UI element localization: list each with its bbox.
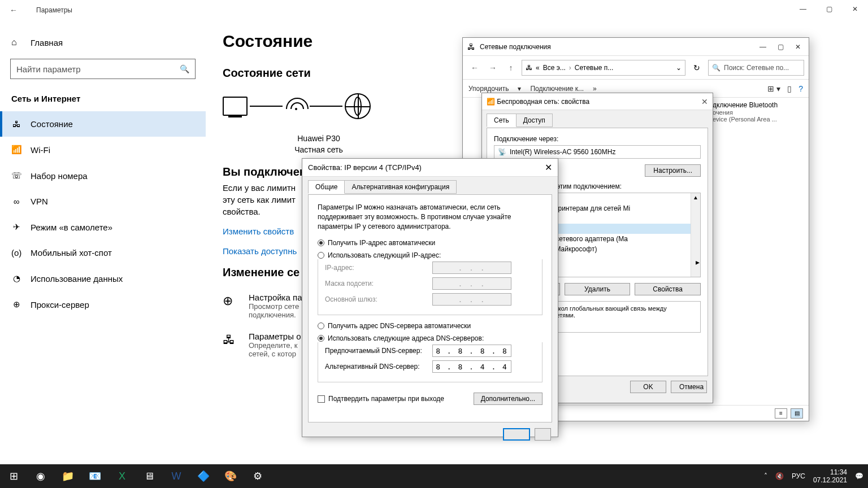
chevron-down-icon[interactable]: ⌄ <box>676 64 682 72</box>
tab-access[interactable]: Доступ <box>516 114 553 127</box>
scrollbar[interactable]: ▲▸ <box>691 193 700 277</box>
vpn-icon: ∞ <box>11 197 21 206</box>
nav-forward[interactable]: → <box>485 63 500 72</box>
ipdlg-tabs: Общие Альтернативная конфигурация <box>302 177 558 194</box>
nav-status[interactable]: 🖧Состояние <box>0 111 206 137</box>
computer-icon <box>223 97 248 116</box>
nav-hotspot[interactable]: (o)Мобильный хот-спот <box>0 240 206 265</box>
refresh-button[interactable]: ↻ <box>689 63 705 72</box>
excel-icon[interactable]: X <box>108 464 136 488</box>
sharing-icon: 🖧 <box>223 332 240 358</box>
wprops-titlebar: 📶 Беспроводная сеть: свойства ✕ <box>482 93 713 110</box>
advanced-button[interactable]: Дополнительно... <box>474 393 542 405</box>
radio-manual-ip[interactable]: Использовать следующий IP-адрес: <box>318 251 542 259</box>
search-icon: 🔍 <box>712 64 721 72</box>
radio-auto-dns[interactable]: Получить адрес DNS-сервера автоматически <box>318 322 542 330</box>
search-icon: 🔍 <box>180 64 189 73</box>
ipdlg-cancel[interactable] <box>535 428 551 441</box>
dialup-icon: ☏ <box>11 171 21 181</box>
system-tray: ˄ 🔇 РУС 11:34 07.12.2021 💬 <box>764 468 868 485</box>
nav-proxy[interactable]: ⊕Прокси-сервер <box>0 291 206 317</box>
window-controls: — ▢ ✕ <box>790 0 868 18</box>
tray-chevron[interactable]: ˄ <box>764 472 767 480</box>
preview-pane[interactable]: ▯ <box>787 84 792 93</box>
subnet-mask-input: . . . <box>432 277 511 290</box>
word-icon[interactable]: W <box>163 464 190 488</box>
help-icon[interactable]: ? <box>798 84 803 93</box>
home-link[interactable]: ⌂ Главная <box>0 32 206 53</box>
explorer-maximize[interactable]: ▢ <box>778 43 784 51</box>
wprops-ok[interactable]: OK <box>630 381 666 393</box>
window-title: Параметры <box>36 6 72 14</box>
nav-vpn[interactable]: ∞VPN <box>0 189 206 214</box>
ipdlg-ok[interactable] <box>503 428 530 441</box>
nav-back[interactable]: ← <box>467 63 482 72</box>
properties-button[interactable]: Свойства <box>635 283 701 295</box>
adapter-icon: ⊕ <box>223 293 240 319</box>
proxy-icon: ⊕ <box>11 299 21 310</box>
paint-icon[interactable]: 🎨 <box>217 464 244 488</box>
nav-airplane[interactable]: ✈Режим «в самолете» <box>0 214 206 240</box>
hotspot-icon: (o) <box>11 248 21 258</box>
network-type-label: Частная сеть <box>285 145 353 154</box>
minimize-button[interactable]: — <box>790 0 816 18</box>
volume-icon[interactable]: 🔇 <box>775 472 784 480</box>
wprops-close[interactable]: ✕ <box>701 97 708 106</box>
validate-checkbox[interactable]: Подтвердить параметры при выходе <box>318 395 444 403</box>
explorer-addressbar: ← → ↑ 🖧 « Все э... › Сетевые п... ⌄ ↻ 🔍 … <box>463 56 809 80</box>
nav-wifi[interactable]: 📶Wi-Fi <box>0 137 206 163</box>
network-icon: 🖧 <box>467 42 475 51</box>
ip-group: IP-адрес:. . . Маска подсети:. . . Основ… <box>318 259 542 315</box>
explorer-icon[interactable]: 📁 <box>54 464 81 488</box>
radio-manual-dns[interactable]: Использовать следующие адреса DNS-сервер… <box>318 334 542 342</box>
notifications-icon[interactable]: 💬 <box>855 472 863 480</box>
nav-datausage[interactable]: ◔Использование данных <box>0 265 206 291</box>
language-indicator[interactable]: РУС <box>792 472 805 480</box>
ipdlg-body: Параметры IP можно назначать автоматичес… <box>308 194 552 422</box>
ipdlg-close[interactable]: ✕ <box>545 162 552 173</box>
gateway-input: . . . <box>432 293 511 306</box>
status-icon: 🖧 <box>11 119 21 129</box>
outlook-icon[interactable]: 📧 <box>81 464 108 488</box>
view-details[interactable]: ▤ <box>791 408 803 419</box>
settings-icon[interactable]: ⚙ <box>244 464 271 488</box>
category-header: Сеть и Интернет <box>0 89 206 111</box>
radio-auto-ip[interactable]: Получить IP-адрес автоматически <box>318 239 542 247</box>
back-button[interactable]: ← <box>5 6 23 15</box>
remove-button[interactable]: Удалить <box>565 283 631 295</box>
adapter-name-box: 📡 Intel(R) Wireless-AC 9560 160MHz <box>494 145 701 159</box>
alternate-dns-input[interactable]: 8 . 8 . 4 . 4 <box>432 360 511 373</box>
start-button[interactable]: ⊞ <box>0 464 27 488</box>
connect-menu[interactable]: Подключение к... <box>530 85 584 93</box>
address-box[interactable]: 🖧 « Все э... › Сетевые п... ⌄ <box>522 60 685 76</box>
search-placeholder: Найти параметр <box>16 64 81 74</box>
clock[interactable]: 11:34 07.12.2021 <box>813 468 847 485</box>
network-name-label: Huawei P30 <box>285 134 353 143</box>
shield-icon: 📶 <box>487 98 495 106</box>
wprops-cancel[interactable]: Отмена <box>671 381 707 393</box>
settings-titlebar: ← Параметры <box>0 0 868 20</box>
nav-up[interactable]: ↑ <box>504 63 518 72</box>
tab-alt-config[interactable]: Альтернативная конфигурация <box>344 180 457 194</box>
nav-dialup[interactable]: ☏Набор номера <box>0 163 206 189</box>
explorer-title: Сетевые подключения <box>480 43 551 51</box>
configure-button[interactable]: Настроить... <box>645 164 701 177</box>
organize-menu[interactable]: Упорядочить <box>468 85 509 93</box>
home-label: Главная <box>31 38 63 47</box>
airplane-icon: ✈ <box>11 222 21 232</box>
search-input[interactable]: Найти параметр 🔍 <box>10 59 196 79</box>
app-icon[interactable]: 🖥 <box>136 464 163 488</box>
tab-network[interactable]: Сеть <box>487 114 517 127</box>
tab-general[interactable]: Общие <box>308 180 345 194</box>
chrome-icon[interactable]: ◉ <box>27 464 54 488</box>
explorer-search[interactable]: 🔍 Поиск: Сетевые по... <box>708 60 804 76</box>
preferred-dns-input[interactable]: 8 . 8 . 8 . 8 <box>432 345 511 357</box>
app2-icon[interactable]: 🔷 <box>190 464 217 488</box>
view-list[interactable]: ≡ <box>775 408 787 419</box>
maximize-button[interactable]: ▢ <box>816 0 842 18</box>
explorer-minimize[interactable]: — <box>760 43 766 51</box>
adapter-icon: 📡 <box>498 148 506 156</box>
view-icons[interactable]: ⊞ ▾ <box>767 84 780 93</box>
close-button[interactable]: ✕ <box>842 0 868 18</box>
explorer-close[interactable]: ✕ <box>795 43 801 51</box>
